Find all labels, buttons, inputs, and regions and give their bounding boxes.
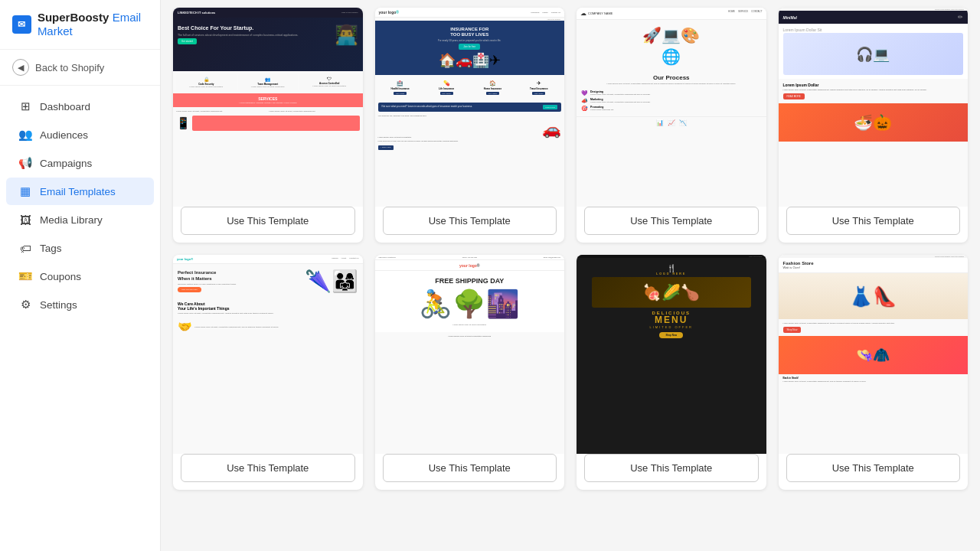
template-card-tpl6: Need Help or Questions? Phone: 123-456-7… — [375, 255, 565, 490]
sidebar-item-campaigns[interactable]: 📢 Campaigns — [6, 149, 154, 177]
back-icon: ◀ — [12, 59, 29, 76]
template-card-tpl7: View in the browser 🍴 LOGO HERE 🍖🌽🍗 DELI… — [577, 255, 766, 490]
logo-main: SuperBoosty — [38, 11, 109, 24]
template-thumbnail-tpl7: View in the browser 🍴 LOGO HERE 🍖🌽🍗 DELI… — [577, 255, 766, 454]
template-card-tpl3: ☁COMPANY NAME HOMESERVICECONTACT 🚀💻🎨 🌐 O… — [577, 8, 766, 243]
campaigns-icon: 📢 — [18, 156, 32, 170]
logo-icon: ✉ — [12, 15, 31, 34]
coupons-icon: 🎫 — [18, 269, 32, 283]
sidebar: ✉ SuperBoosty Email Market ◀ Back to Sho… — [0, 0, 161, 551]
app-logo: ✉ SuperBoosty Email Market — [0, 0, 160, 50]
template-thumbnail-tpl3: ☁COMPANY NAME HOMESERVICECONTACT 🚀💻🎨 🌐 O… — [577, 8, 766, 207]
sidebar-item-settings[interactable]: ⚙ Settings — [6, 291, 154, 318]
template-card-tpl5: your logo® ServiceAboutContact Us Perfec… — [173, 255, 363, 490]
sidebar-item-label-dashboard: Dashboard — [40, 101, 90, 112]
template-thumbnail-tpl8: Doesn't show images? View in the browser… — [779, 255, 969, 454]
sidebar-item-email-templates[interactable]: ▦ Email Templates — [6, 178, 154, 205]
sidebar-item-tags[interactable]: 🏷 Tags — [6, 234, 154, 262]
tags-icon: 🏷 — [18, 241, 32, 255]
template-card-tpl4: Doesn't show images? View in the browser… — [779, 8, 969, 243]
use-template-button-tpl6[interactable]: Use This Template — [383, 454, 557, 482]
use-template-button-tpl8[interactable]: Use This Template — [786, 454, 961, 482]
template-card-tpl8: Doesn't show images? View in the browser… — [779, 255, 969, 490]
back-label: Back to Shopify — [35, 62, 104, 73]
sidebar-item-label-settings: Settings — [40, 299, 77, 311]
media-library-icon: 🖼 — [18, 213, 32, 227]
main-content: LINKEDTECH IT solutions View in the brow… — [161, 0, 980, 551]
use-template-button-tpl7[interactable]: Use This Template — [584, 454, 759, 482]
sidebar-item-dashboard[interactable]: ⊞ Dashboard — [6, 93, 154, 120]
template-thumbnail-tpl5: your logo® ServiceAboutContact Us Perfec… — [173, 255, 363, 454]
use-template-button-tpl4[interactable]: Use This Template — [786, 207, 961, 235]
sidebar-item-label-media-library: Media Library — [40, 214, 103, 226]
sidebar-item-coupons[interactable]: 🎫 Coupons — [6, 262, 154, 290]
use-template-button-tpl5[interactable]: Use This Template — [181, 454, 355, 482]
settings-icon: ⚙ — [18, 298, 32, 311]
sidebar-item-label-email-templates: Email Templates — [40, 186, 116, 197]
dashboard-icon: ⊞ — [18, 99, 32, 113]
sidebar-item-label-tags: Tags — [40, 243, 62, 254]
back-to-shopify-button[interactable]: ◀ Back to Shopify — [0, 50, 160, 86]
audiences-icon: 👥 — [18, 128, 32, 142]
sidebar-item-label-audiences: Audiences — [40, 129, 88, 141]
template-card-tpl1: LINKEDTECH IT solutions View in the brow… — [173, 8, 363, 243]
sidebar-item-label-coupons: Coupons — [40, 271, 81, 282]
template-thumbnail-tpl4: Doesn't show images? View in the browser… — [779, 8, 969, 207]
email-templates-icon: ▦ — [18, 184, 32, 198]
use-template-button-tpl1[interactable]: Use This Template — [181, 207, 355, 235]
sidebar-nav: ⊞ Dashboard 👥 Audiences 📢 Campaigns ▦ Em… — [0, 86, 160, 325]
use-template-button-tpl3[interactable]: Use This Template — [584, 207, 759, 235]
template-card-tpl2: your logo® Insurance Health Contact Us V… — [375, 8, 565, 243]
templates-grid: LINKEDTECH IT solutions View in the brow… — [173, 8, 968, 490]
sidebar-item-audiences[interactable]: 👥 Audiences — [6, 121, 154, 148]
template-thumbnail-tpl6: Need Help or Questions? Phone: 123-456-7… — [375, 255, 565, 454]
use-template-button-tpl2[interactable]: Use This Template — [383, 207, 557, 235]
template-thumbnail-tpl1: LINKEDTECH IT solutions View in the brow… — [173, 8, 363, 207]
template-thumbnail-tpl2: your logo® Insurance Health Contact Us V… — [375, 8, 565, 207]
logo-text: SuperBoosty Email Market — [38, 11, 148, 38]
sidebar-item-label-campaigns: Campaigns — [40, 158, 92, 169]
sidebar-item-media-library[interactable]: 🖼 Media Library — [6, 206, 154, 233]
